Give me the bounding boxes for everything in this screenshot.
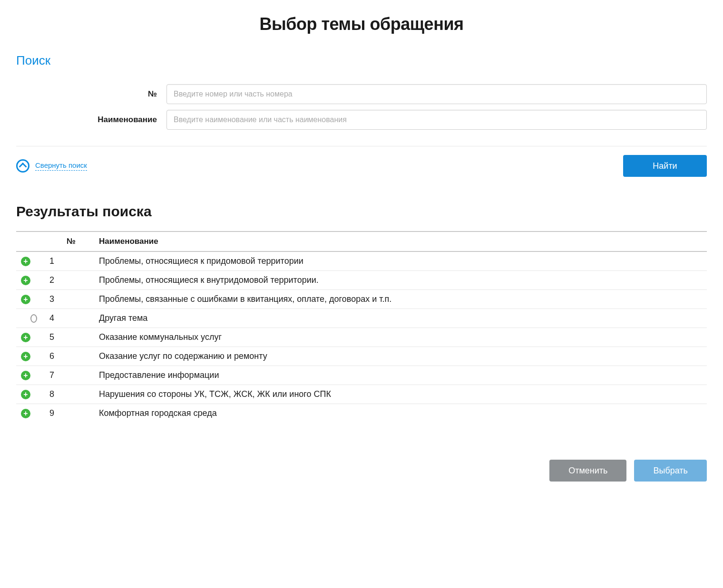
select-button[interactable]: Выбрать: [634, 460, 707, 482]
row-name: Предоставление информации: [99, 370, 705, 380]
find-button[interactable]: Найти: [623, 155, 707, 177]
row-number: 8: [47, 389, 99, 399]
expand-icon[interactable]: [21, 352, 30, 361]
row-number: 3: [47, 294, 99, 304]
row-number: 1: [47, 256, 99, 266]
row-name: Проблемы, связанные с ошибками в квитанц…: [99, 294, 705, 304]
row-name: Проблемы, относящиеся к придомовой терри…: [99, 256, 705, 266]
expand-icon[interactable]: [21, 371, 30, 380]
row-number: 2: [47, 275, 99, 285]
divider: [16, 146, 707, 146]
row-number: 7: [47, 370, 99, 380]
expand-icon[interactable]: [21, 257, 30, 266]
search-number-label: №: [16, 89, 166, 99]
search-number-row: №: [16, 84, 707, 104]
chevron-up-icon: [16, 159, 29, 173]
collapse-search-label: Свернуть поиск: [35, 161, 87, 171]
expand-icon[interactable]: [21, 409, 30, 418]
results-header-row: № Наименование: [16, 231, 707, 252]
footer-actions: Отменить Выбрать: [16, 460, 707, 482]
row-number: 5: [47, 332, 99, 342]
expand-icon[interactable]: [21, 390, 30, 399]
table-row: 2Проблемы, относящиеся к внутридомовой т…: [16, 271, 707, 290]
results-table: № Наименование 1Проблемы, относящиеся к …: [16, 231, 707, 423]
row-number: 9: [47, 408, 99, 418]
table-row: 8Нарушения со стороны УК, ТСЖ, ЖСК, ЖК и…: [16, 385, 707, 404]
expand-icon[interactable]: [21, 333, 30, 342]
search-name-label: Наименование: [16, 115, 166, 125]
search-name-input[interactable]: [166, 110, 707, 130]
table-row: 9Комфортная городская среда: [16, 404, 707, 423]
search-actions: Свернуть поиск Найти: [16, 155, 707, 177]
results-header-name: Наименование: [99, 237, 705, 246]
row-name: Комфортная городская среда: [99, 408, 705, 418]
table-row: 3Проблемы, связанные с ошибками в квитан…: [16, 290, 707, 309]
cancel-button[interactable]: Отменить: [549, 460, 626, 482]
row-name: Оказание коммунальных услуг: [99, 332, 705, 342]
row-name: Другая тема: [99, 313, 705, 323]
row-name: Нарушения со стороны УК, ТСЖ, ЖСК, ЖК ил…: [99, 389, 705, 399]
search-section-label: Поиск: [16, 53, 707, 68]
row-name: Проблемы, относящиеся к внутридомовой те…: [99, 275, 705, 285]
expand-icon[interactable]: [21, 295, 30, 304]
table-row: 6Оказание услуг по содержанию и ремонту: [16, 347, 707, 366]
expand-icon[interactable]: [21, 276, 30, 285]
collapse-search-link[interactable]: Свернуть поиск: [16, 159, 87, 173]
radio-select[interactable]: [30, 314, 37, 323]
table-row: 1Проблемы, относящиеся к придомовой терр…: [16, 252, 707, 271]
results-header-number: №: [47, 237, 99, 246]
row-number: 6: [47, 351, 99, 361]
table-row: 5Оказание коммунальных услуг: [16, 328, 707, 347]
search-name-row: Наименование: [16, 110, 707, 130]
row-number: 4: [47, 313, 99, 323]
search-number-input[interactable]: [166, 84, 707, 104]
table-row: 7Предоставление информации: [16, 366, 707, 385]
table-row: 4Другая тема: [16, 309, 707, 328]
page-title: Выбор темы обращения: [16, 14, 707, 34]
results-section-label: Результаты поиска: [16, 203, 707, 220]
row-name: Оказание услуг по содержанию и ремонту: [99, 351, 705, 361]
